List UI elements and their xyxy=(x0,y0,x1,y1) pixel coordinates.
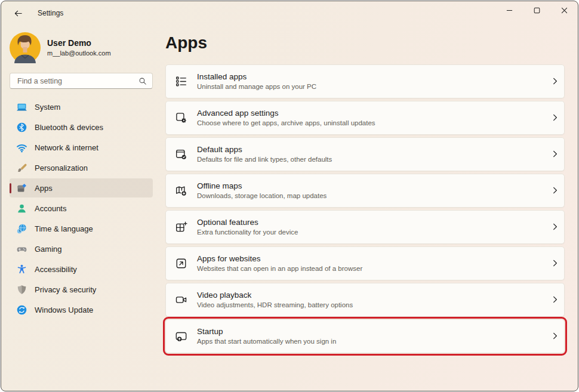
settings-card-optional-features[interactable]: Optional features Extra functionality fo… xyxy=(165,210,565,244)
settings-card-default-apps[interactable]: Default apps Defaults for file and link … xyxy=(165,137,565,171)
search-icon xyxy=(138,77,147,85)
chevron-right-icon xyxy=(552,331,558,341)
sidebar-item-label: Privacy & security xyxy=(35,285,96,294)
maximize-button[interactable] xyxy=(523,1,550,20)
search-input[interactable] xyxy=(16,76,138,86)
sidebar-item-label: Network & internet xyxy=(35,143,98,152)
chevron-right-icon xyxy=(552,258,558,268)
minimize-button[interactable] xyxy=(495,1,523,20)
offline-maps-icon xyxy=(175,184,187,197)
minimize-icon xyxy=(506,7,513,14)
settings-card-video-playback[interactable]: Video playback Video adjustments, HDR st… xyxy=(165,283,565,317)
window-controls xyxy=(495,1,578,20)
title-bar: Settings xyxy=(1,1,578,25)
close-button[interactable] xyxy=(550,1,578,20)
settings-card-advanced-app-settings[interactable]: Advanced app settings Choose where to ge… xyxy=(165,101,565,135)
apps-for-websites-icon xyxy=(175,257,187,270)
sidebar-item-label: Windows Update xyxy=(35,305,93,314)
time-language-icon xyxy=(16,223,27,234)
gaming-icon xyxy=(16,243,27,255)
chevron-right-icon xyxy=(552,221,558,232)
sidebar-item-gaming[interactable]: Gaming xyxy=(10,239,153,258)
settings-card-installed-apps[interactable]: Installed apps Uninstall and manage apps… xyxy=(165,64,565,98)
settings-window: Settings User Demo m__lab@outlook.com xyxy=(1,1,578,391)
user-profile[interactable]: User Demo m__lab@outlook.com xyxy=(10,32,153,63)
main-content: Apps Installed apps Uninstall and manage… xyxy=(161,25,578,391)
sidebar-nav: System Bluetooth & devices Network & int… xyxy=(10,97,153,320)
sidebar-item-label: Bluetooth & devices xyxy=(35,123,103,132)
sidebar-item-accounts[interactable]: Accounts xyxy=(10,199,153,218)
sidebar-item-time-language[interactable]: Time & language xyxy=(10,219,153,238)
sidebar-item-accessibility[interactable]: Accessibility xyxy=(10,260,153,279)
card-title: Advanced app settings xyxy=(197,109,375,118)
avatar-user-icon xyxy=(10,32,41,63)
maximize-icon xyxy=(534,7,540,14)
video-playback-icon xyxy=(175,294,187,306)
card-title: Optional features xyxy=(197,218,298,227)
back-button[interactable] xyxy=(10,5,26,21)
sidebar: User Demo m__lab@outlook.com System B xyxy=(1,25,161,391)
sidebar-item-bluetooth-devices[interactable]: Bluetooth & devices xyxy=(10,118,153,137)
card-title: Apps for websites xyxy=(197,254,362,263)
card-subtitle: Websites that can open in an app instead… xyxy=(197,265,362,272)
card-subtitle: Video adjustments, HDR streaming, batter… xyxy=(197,301,353,308)
settings-card-list: Installed apps Uninstall and manage apps… xyxy=(165,64,565,353)
default-apps-icon xyxy=(175,148,187,160)
accessibility-icon xyxy=(16,264,27,275)
sidebar-item-network-internet[interactable]: Network & internet xyxy=(10,138,153,157)
user-email: m__lab@outlook.com xyxy=(47,49,111,57)
card-title: Startup xyxy=(197,327,336,336)
card-subtitle: Uninstall and manage apps on your PC xyxy=(197,83,316,90)
chevron-right-icon xyxy=(552,76,558,87)
chevron-right-icon xyxy=(552,185,558,196)
sidebar-item-label: Apps xyxy=(35,184,53,193)
installed-apps-icon xyxy=(175,75,187,88)
sidebar-item-label: Gaming xyxy=(35,245,62,254)
personalization-icon xyxy=(16,162,27,174)
sidebar-item-apps[interactable]: Apps xyxy=(10,178,153,197)
card-title: Installed apps xyxy=(197,72,316,81)
privacy-icon xyxy=(16,284,27,295)
card-subtitle: Defaults for file and link types, other … xyxy=(197,156,332,163)
system-icon xyxy=(16,101,27,113)
card-title: Offline maps xyxy=(197,181,327,190)
page-title: Apps xyxy=(165,33,565,53)
sidebar-item-label: Accessibility xyxy=(35,265,77,274)
card-title: Video playback xyxy=(197,291,353,300)
apps-icon xyxy=(16,183,27,194)
advanced-app-settings-icon xyxy=(175,112,187,124)
card-title: Default apps xyxy=(197,145,332,154)
back-arrow-icon xyxy=(14,9,23,18)
chevron-right-icon xyxy=(552,112,558,123)
card-subtitle: Apps that start automatically when you s… xyxy=(197,338,336,345)
settings-card-offline-maps[interactable]: Offline maps Downloads, storage location… xyxy=(165,174,565,208)
card-subtitle: Choose where to get apps, archive apps, … xyxy=(197,119,375,126)
sidebar-item-windows-update[interactable]: Windows Update xyxy=(10,300,153,319)
sidebar-item-label: Personalization xyxy=(35,163,88,172)
sidebar-item-label: System xyxy=(35,103,60,112)
chevron-right-icon xyxy=(552,149,558,159)
accounts-icon xyxy=(16,203,27,214)
bluetooth-icon xyxy=(16,122,27,133)
chevron-right-icon xyxy=(552,294,558,305)
sidebar-item-system[interactable]: System xyxy=(10,97,153,116)
sidebar-item-privacy-security[interactable]: Privacy & security xyxy=(10,280,153,299)
windows-update-icon xyxy=(16,304,27,316)
close-icon xyxy=(561,7,568,14)
sidebar-item-label: Accounts xyxy=(35,204,66,213)
selected-accent-bar xyxy=(10,183,11,193)
optional-features-icon xyxy=(175,221,187,233)
search-box xyxy=(10,73,153,89)
card-subtitle: Extra functionality for your device xyxy=(197,229,298,236)
settings-card-apps-for-websites[interactable]: Apps for websites Websites that can open… xyxy=(165,246,565,280)
card-subtitle: Downloads, storage location, map updates xyxy=(197,192,327,199)
settings-card-startup[interactable]: Startup Apps that start automatically wh… xyxy=(165,319,565,353)
user-name: User Demo xyxy=(47,38,111,49)
sidebar-item-label: Time & language xyxy=(35,224,93,233)
window-title: Settings xyxy=(38,9,63,17)
startup-icon xyxy=(175,330,187,342)
sidebar-item-personalization[interactable]: Personalization xyxy=(10,158,153,177)
network-icon xyxy=(16,142,27,153)
